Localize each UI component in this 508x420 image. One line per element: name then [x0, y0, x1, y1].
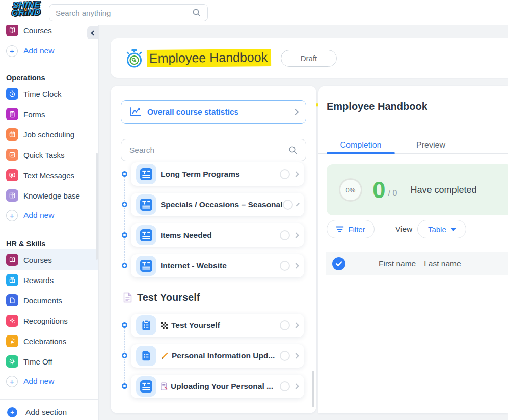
chapter-card-items-needed[interactable]: Items Needed — [131, 223, 304, 247]
chevron-right-icon — [293, 353, 299, 358]
sidebar-item-celebrations[interactable]: Celebrations — [0, 331, 98, 351]
panel-scrollbar[interactable] — [312, 371, 314, 407]
text-chapter-icon — [136, 194, 156, 215]
view-label: View — [395, 225, 412, 234]
sidebar-item-time-clock[interactable]: Time Clock — [0, 83, 98, 104]
writing-hand-icon — [161, 352, 169, 360]
filter-button[interactable]: Filter — [327, 220, 375, 238]
sidebar-item-label: Text Messages — [23, 171, 74, 180]
document-icon — [6, 294, 18, 306]
party-popper-icon — [6, 335, 18, 347]
quiz-clipboard-icon — [136, 315, 156, 335]
tab-preview[interactable]: Preview — [395, 136, 467, 154]
sidebar-item-knowledge-base[interactable]: Knowledge base — [0, 185, 98, 206]
sidebar-item-courses-peek[interactable]: Courses — [0, 25, 98, 38]
filter-label: Filter — [348, 225, 365, 234]
sidebar-section-operations: Operations — [0, 72, 98, 83]
form-title: Personal Information Upd... — [172, 351, 275, 360]
global-search-input[interactable] — [56, 9, 192, 17]
timeline-dot — [122, 383, 127, 389]
knowledge-base-icon — [6, 189, 18, 202]
sidebar-item-label: Knowledge base — [23, 191, 80, 200]
timeline-connector — [124, 174, 125, 266]
chapter-card-uploading-personal[interactable]: Uploading Your Personal ... — [131, 375, 304, 398]
progress-circle — [280, 261, 290, 271]
chevron-right-icon — [293, 263, 299, 268]
sidebar: Courses + Add new Operations Time Clock … — [0, 25, 99, 420]
quiz-card-test-yourself[interactable]: Test Yourself — [131, 314, 304, 337]
timeline-dot — [122, 322, 127, 328]
global-search[interactable] — [49, 4, 208, 21]
column-header-last-name[interactable]: Last name — [424, 259, 461, 268]
column-header-first-name[interactable]: First name — [379, 259, 416, 268]
sidebar-item-time-off[interactable]: Time Off — [0, 351, 98, 372]
chevron-right-icon — [292, 109, 298, 115]
brand-logo[interactable]: SHINE N GRIND — [4, 1, 49, 25]
sidebar-item-recognitions[interactable]: Recognitions — [0, 311, 98, 331]
course-search[interactable] — [121, 139, 306, 161]
completed-caption: Have completed — [410, 185, 476, 195]
sidebar-collapse-button[interactable] — [87, 26, 98, 39]
chapter-card-internet-website[interactable]: Internet - Website — [131, 254, 304, 277]
status-badge-draft[interactable]: Draft — [281, 50, 337, 67]
checkered-flag-icon — [161, 322, 168, 329]
text-chapter-icon — [136, 256, 156, 276]
toolbar-divider — [385, 222, 385, 236]
sidebar-item-text-messages[interactable]: Text Messages — [0, 165, 98, 185]
chevron-right-icon — [293, 171, 299, 177]
search-icon — [192, 8, 201, 17]
form-card-personal-information[interactable]: Personal Information Upd... — [131, 344, 304, 368]
courses-book-icon — [6, 254, 18, 266]
tab-completion[interactable]: Completion — [327, 136, 395, 154]
sidebar-item-forms[interactable]: Forms — [0, 104, 98, 124]
completed-count: 0 — [372, 178, 386, 202]
plus-icon: + — [6, 376, 18, 387]
plus-icon: + — [7, 407, 17, 417]
sidebar-item-label: Celebrations — [23, 337, 66, 346]
sidebar-item-documents[interactable]: Documents — [0, 290, 98, 311]
view-mode-value: Table — [428, 225, 446, 234]
course-header-card: Employee Handbook Draft — [111, 38, 508, 78]
view-mode-dropdown[interactable]: Table — [417, 220, 466, 238]
sidebar-item-quick-tasks[interactable]: Quick Tasks — [0, 145, 98, 165]
sidebar-item-job-scheduling[interactable]: Job scheduling — [0, 124, 98, 145]
add-new-hr-button[interactable]: + Add new — [0, 372, 98, 391]
sidebar-item-label: Courses — [23, 256, 52, 264]
completion-toolbar: Filter View Table — [327, 220, 466, 238]
sidebar-divider — [0, 399, 98, 400]
sidebar-item-courses[interactable]: Courses — [0, 249, 98, 270]
percent-circle: 0% — [339, 178, 362, 202]
overall-course-statistics-button[interactable]: Overall course statistics — [121, 100, 306, 124]
text-chapter-icon — [136, 376, 156, 397]
progress-circle — [280, 169, 290, 179]
timeline-dot — [122, 263, 127, 268]
sidebar-item-label: Rewards — [23, 276, 54, 285]
chevron-right-icon — [293, 232, 299, 238]
courses-book-icon — [6, 25, 18, 36]
sidebar-item-rewards[interactable]: Rewards — [0, 270, 98, 290]
sidebar-scrollbar[interactable] — [96, 153, 98, 260]
caret-down-icon — [451, 228, 456, 231]
chapter-card-specials-occasions[interactable]: Specials / Occasions – Seasonal — [131, 193, 304, 216]
section-header-test-yourself: Test Yourself — [121, 291, 306, 304]
forms-icon — [6, 108, 18, 120]
course-search-input[interactable] — [129, 146, 288, 155]
add-new-course-button[interactable]: + Add new — [0, 44, 98, 58]
text-chapter-icon — [136, 225, 156, 245]
detail-tabs: Completion Preview — [327, 136, 467, 154]
add-new-operations-button[interactable]: + Add new — [0, 206, 98, 225]
chevron-right-icon — [293, 322, 299, 328]
add-section-button[interactable]: + Add section — [0, 406, 98, 419]
add-section-label: Add section — [25, 408, 67, 417]
course-chapter-list: Long Term Programs Specials / Occasions … — [121, 162, 306, 398]
add-new-label: Add new — [23, 377, 54, 386]
sidebar-item-label: Time Clock — [23, 90, 61, 98]
sidebar-item-label: Time Off — [23, 357, 52, 366]
chapter-card-long-term-programs[interactable]: Long Term Programs — [131, 162, 304, 186]
section-title: Test Yourself — [137, 292, 200, 303]
chapter-title: Specials / Occasions – Seasonal — [161, 200, 283, 209]
detail-title: Employee Handbook — [327, 101, 427, 113]
select-all-checkbox[interactable] — [332, 257, 345, 270]
chapter-title: Long Term Programs — [161, 170, 240, 179]
text-messages-icon — [6, 169, 18, 181]
